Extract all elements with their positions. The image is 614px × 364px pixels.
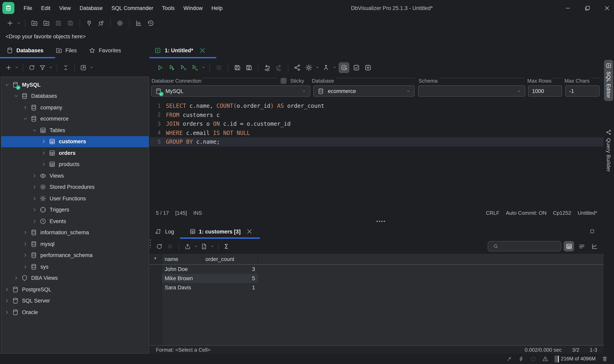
grid-view-button[interactable]: [564, 241, 574, 251]
tree-item-triggers[interactable]: Triggers: [1, 204, 149, 216]
close-result-tab-icon[interactable]: [246, 228, 253, 235]
chevron-collapsed-icon[interactable]: [41, 162, 46, 167]
tree-item-oracle[interactable]: Oracle: [1, 307, 149, 318]
chevron-expanded-icon[interactable]: [4, 82, 10, 87]
maximize-button[interactable]: [585, 5, 590, 11]
format-sql-chevron-icon[interactable]: [333, 65, 336, 69]
execute-buffer-button[interactable]: [180, 64, 187, 71]
save-button[interactable]: [55, 20, 62, 27]
execute-button[interactable]: [156, 64, 164, 71]
editor-settings-gear-icon[interactable]: [305, 64, 313, 71]
column-header-name[interactable]: name: [162, 254, 202, 264]
export-chevron-icon[interactable]: [194, 244, 198, 248]
monitor-chart-icon[interactable]: [135, 20, 142, 27]
aggregate-sigma-icon[interactable]: Σ: [224, 243, 228, 250]
favorites-drop-bar[interactable]: <Drop your favorite objects here>: [0, 30, 614, 42]
new-tab-chevron-icon[interactable]: [17, 21, 21, 25]
save-as-button[interactable]: [67, 20, 74, 27]
chevron-collapsed-icon[interactable]: [23, 241, 28, 247]
save-as-editor-button[interactable]: [245, 64, 253, 71]
code-line-3[interactable]: 3JOIN orders o ON c.id = o.customer_id: [150, 119, 604, 128]
permalink-share-icon[interactable]: [293, 64, 301, 71]
database-select[interactable]: ecommerce: [313, 85, 415, 97]
result-set-options-icon[interactable]: [201, 243, 208, 250]
export-button[interactable]: [184, 243, 191, 250]
editor-results-splitter[interactable]: [150, 219, 604, 224]
tree-item-products[interactable]: products: [1, 159, 149, 170]
tree-item-mysql[interactable]: MySQL: [1, 79, 149, 91]
chevron-collapsed-icon[interactable]: [32, 207, 37, 212]
code-line-4[interactable]: 4WHERE c.email IS NOT NULL: [150, 128, 604, 137]
editor-settings-chevron-icon[interactable]: [315, 65, 319, 69]
refresh-tree-button[interactable]: [28, 64, 35, 71]
tree-item-customers[interactable]: customers: [1, 136, 149, 147]
tree-item-events[interactable]: Events: [1, 216, 149, 227]
tab-databases[interactable]: Databases: [6, 47, 43, 54]
format-sql-icon[interactable]: [322, 64, 330, 71]
execute-current-button[interactable]: [168, 64, 176, 71]
chevron-collapsed-icon[interactable]: [23, 264, 28, 269]
chevron-collapsed-icon[interactable]: [41, 150, 46, 156]
tree-item-performance-schema[interactable]: performance_schema: [1, 250, 149, 261]
tree-item-orders[interactable]: orders: [1, 147, 149, 159]
chevron-collapsed-icon[interactable]: [4, 298, 10, 303]
tree-item-views[interactable]: Views: [1, 170, 149, 182]
tab-untitled-editor[interactable]: 1: Untitled*: [154, 47, 206, 54]
data-cell[interactable]: 1: [202, 283, 258, 292]
table-row[interactable]: 3Sara Davis1: [150, 283, 604, 292]
tab-files[interactable]: Files: [55, 47, 77, 54]
execute-chevron-icon[interactable]: [201, 65, 206, 69]
menu-window[interactable]: Window: [179, 5, 207, 11]
open-in-window-chevron-icon[interactable]: [90, 65, 94, 69]
menu-file[interactable]: File: [19, 5, 37, 11]
results-search-input[interactable]: [501, 243, 554, 250]
max-chars-input[interactable]: -1: [565, 85, 600, 97]
chevron-expanded-icon[interactable]: [14, 94, 19, 99]
filter-chevron-icon[interactable]: [49, 65, 53, 69]
data-cell[interactable]: Sara Davis: [162, 283, 202, 292]
tree-item-postgresql[interactable]: PostgreSQL: [1, 284, 149, 295]
code-line-1[interactable]: 1SELECT c.name, COUNT(o.order_id) AS ord…: [150, 101, 604, 110]
collapse-corner-icon[interactable]: [506, 356, 513, 362]
tree-item-information-schema[interactable]: information_schema: [1, 227, 149, 238]
menu-view[interactable]: View: [55, 5, 75, 11]
code-line-5[interactable]: 5GROUP BY c.name;: [150, 137, 604, 146]
performance-bolt-icon[interactable]: [518, 356, 524, 362]
connect-button[interactable]: [85, 20, 93, 27]
chevron-expanded-icon[interactable]: [32, 128, 37, 133]
chevron-collapsed-icon[interactable]: [4, 310, 10, 315]
data-cell[interactable]: John Doe: [162, 265, 202, 274]
tab-sql-editor[interactable]: SQL Editor: [604, 60, 613, 101]
save-editor-button[interactable]: [234, 64, 241, 71]
close-editor-tab-icon[interactable]: [199, 47, 206, 54]
menu-sql-commander[interactable]: SQL Commander: [107, 5, 158, 11]
sticky-checkbox[interactable]: [281, 78, 287, 84]
menu-tools[interactable]: Tools: [158, 5, 179, 11]
tree-item-databases[interactable]: Databases: [1, 91, 149, 102]
tree-item-sys[interactable]: sys: [1, 261, 149, 273]
open-file-button[interactable]: [31, 20, 38, 27]
chevron-collapsed-icon[interactable]: [14, 276, 19, 281]
tab-query-builder[interactable]: Query Builder: [604, 129, 613, 172]
add-connection-chevron-icon[interactable]: [15, 65, 19, 69]
connection-select[interactable]: MySQL: [151, 85, 310, 97]
tab-favorites[interactable]: Favorites: [89, 47, 121, 54]
data-cell[interactable]: 3: [202, 265, 258, 274]
tree-item-stored-procedures[interactable]: Stored Procedures: [1, 182, 149, 193]
tree-item-mysql[interactable]: mysql: [1, 238, 149, 250]
settings-gear-icon[interactable]: [116, 20, 124, 27]
collapse-all-button[interactable]: [62, 64, 69, 71]
results-search-box[interactable]: [488, 241, 561, 251]
menu-edit[interactable]: Edit: [37, 5, 55, 11]
memory-indicator[interactable]: 216M of 4096M: [554, 355, 596, 362]
commit-button[interactable]: [353, 64, 360, 71]
reload-results-button[interactable]: [156, 243, 163, 250]
column-header-order-count[interactable]: order_count: [202, 254, 258, 264]
tree-item-ecommerce[interactable]: ecommerce: [1, 113, 149, 125]
code-line-2[interactable]: 2FROM customers c: [150, 110, 604, 119]
garbage-collect-trash-icon[interactable]: [602, 356, 608, 362]
chart-view-button[interactable]: [589, 241, 600, 251]
tree-item-tables[interactable]: Tables: [1, 125, 149, 136]
data-cell[interactable]: Mike Brown: [162, 274, 202, 283]
table-row[interactable]: 2Mike Brown5: [150, 274, 604, 283]
